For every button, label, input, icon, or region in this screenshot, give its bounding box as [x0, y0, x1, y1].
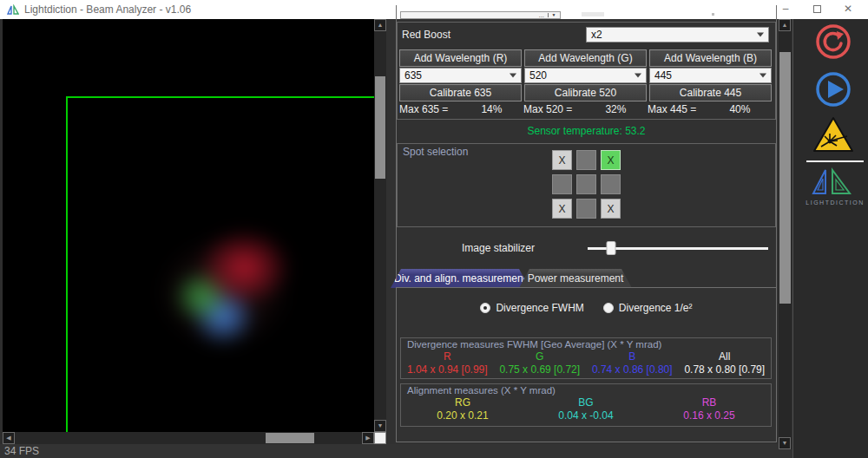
divergence-col-g: G: [494, 350, 587, 363]
max-values-row: Max 635 =14% Max 520 =32% Max 445 =40%: [399, 103, 772, 115]
divergence-col-all: All: [679, 350, 772, 363]
restore-icon: [813, 5, 821, 13]
spot-cell-5[interactable]: [601, 174, 621, 194]
spot-cell-2[interactable]: X: [601, 150, 621, 170]
add-wavelength-b-button[interactable]: Add Wavelength (B): [649, 49, 772, 67]
tab-power-measurement[interactable]: Power measurement: [519, 269, 632, 288]
radio-icon: [603, 303, 614, 313]
divergence-value-r: 1.04 x 0.94 [0.99]: [401, 363, 494, 376]
divergence-col-b: B: [586, 350, 679, 363]
add-wavelength-g-button[interactable]: Add Wavelength (G): [524, 49, 647, 67]
wavelength-r-dropdown[interactable]: 635: [399, 68, 522, 83]
camera-vscroll-thumb[interactable]: [375, 76, 385, 179]
channel-blue: Add Wavelength (B) 445 Calibrate 445: [649, 49, 772, 101]
alignment-value-rg: 0.20 x 0.21: [401, 409, 524, 422]
wavelength-g-dropdown[interactable]: 520: [524, 68, 647, 83]
radio-divergence-1e2[interactable]: Divergence 1/e²: [603, 302, 693, 314]
window-title: Lightdiction - Beam Analyzer - v1.06: [24, 3, 191, 16]
spot-cell-1[interactable]: [576, 150, 596, 170]
max-445-value: 40%: [729, 103, 750, 115]
camera-hscroll-thumb[interactable]: [266, 433, 314, 443]
wavelength-g-value: 520: [529, 69, 547, 82]
tab-div-align-measurement[interactable]: Div. and align. measurement: [391, 269, 529, 288]
spot-selection-grid: X X X X: [552, 150, 621, 219]
close-button[interactable]: ✕: [835, 0, 861, 17]
scroll-left-button[interactable]: ◀: [3, 432, 15, 444]
brand-logo-text: LIGHTDICTION: [800, 200, 868, 206]
truncated-combobox[interactable]: ⋯ ▼: [400, 11, 561, 19]
calibrate-635-button[interactable]: Calibrate 635: [399, 84, 522, 101]
restore-button[interactable]: [804, 0, 830, 17]
red-boost-value: x2: [591, 29, 602, 41]
radio-divergence-1e2-label: Divergence 1/e²: [619, 302, 693, 314]
red-boost-label: Red Boost: [402, 29, 450, 41]
add-wavelength-r-button[interactable]: Add Wavelength (R): [399, 49, 522, 67]
scroll-down-button[interactable]: ▼: [374, 420, 386, 432]
divergence-value-all: 0.78 x 0.80 [0.79]: [679, 363, 772, 376]
divergence-measures-box: Divergence measures FWHM [Geo Average] (…: [400, 337, 772, 379]
panel-vscroll-thumb[interactable]: [779, 52, 791, 304]
spot-cell-6[interactable]: X: [552, 199, 572, 219]
panel-scroll-up-button[interactable]: ▲: [779, 19, 791, 31]
channel-columns: Add Wavelength (R) 635 Calibrate 635 Add…: [399, 49, 772, 101]
spot-cell-4[interactable]: [576, 174, 596, 194]
reset-icon: [814, 23, 852, 61]
alignment-col-rb: RB: [648, 396, 771, 409]
chevron-down-icon: [760, 74, 766, 78]
camera-view[interactable]: [3, 19, 374, 432]
image-stabilizer-slider-thumb[interactable]: [607, 241, 616, 255]
divergence-measures-title: Divergence measures FWHM [Geo Average] (…: [407, 339, 661, 350]
reset-button[interactable]: [814, 23, 852, 61]
alignment-value-bg: 0.04 x -0.04: [524, 409, 648, 422]
max-520-label: Max 520 =: [523, 103, 572, 115]
play-icon: [814, 70, 852, 108]
panel-vertical-scrollbar[interactable]: ▲ ▼: [779, 19, 792, 449]
max-445-label: Max 445 =: [648, 103, 696, 115]
laser-warning-icon: [812, 115, 854, 154]
chevron-down-icon: ▼: [548, 13, 559, 17]
alignment-measures-title: Alignment measures (X * Y mrad): [407, 385, 556, 396]
alignment-col-rg: RG: [401, 396, 524, 409]
laser-warning-button[interactable]: [812, 115, 851, 154]
spot-cell-7[interactable]: [576, 199, 596, 219]
scroll-up-button[interactable]: ▲: [374, 19, 386, 31]
wavelength-b-value: 445: [654, 69, 672, 82]
toolbar-sidebar: LIGHTDICTION: [792, 19, 868, 458]
panel-scroll-down-button[interactable]: ▼: [779, 437, 791, 449]
app-logo-icon: [7, 4, 19, 15]
calibrate-445-button[interactable]: Calibrate 445: [649, 84, 772, 101]
radio-divergence-fwhm-label: Divergence FWHM: [496, 302, 583, 314]
radio-divergence-fwhm[interactable]: Divergence FWHM: [480, 302, 583, 314]
lightdiction-logo-icon: [810, 167, 860, 196]
truncated-checkbox[interactable]: [582, 12, 604, 16]
sensor-temperature: Sensor temperature: 53.2: [396, 125, 777, 137]
app-window: Lightdiction - Beam Analyzer - v1.06 – ✕…: [0, 0, 868, 458]
scrollbar-corner: [374, 432, 386, 444]
chevron-down-icon: [510, 74, 516, 78]
radio-icon: [480, 303, 490, 313]
spot-cell-3[interactable]: [552, 174, 572, 194]
truncated-label-fragment: [712, 13, 714, 16]
play-button[interactable]: [814, 70, 852, 108]
scroll-right-button[interactable]: ▶: [362, 432, 374, 444]
wavelength-b-dropdown[interactable]: 445: [649, 68, 772, 83]
fps-counter: 34 FPS: [4, 445, 39, 457]
divergence-values: 1.04 x 0.94 [0.99] 0.75 x 0.69 [0.72] 0.…: [401, 363, 771, 376]
alignment-values: 0.20 x 0.21 0.04 x -0.04 0.16 x 0.25: [401, 409, 771, 422]
calibrate-520-button[interactable]: Calibrate 520: [524, 84, 647, 101]
divergence-radio-row: Divergence FWHM Divergence 1/e²: [396, 302, 777, 314]
max-635-label: Max 635 =: [399, 103, 448, 115]
red-boost-dropdown[interactable]: x2: [586, 27, 769, 43]
spot-cell-0[interactable]: X: [552, 150, 572, 170]
alignment-col-bg: BG: [524, 396, 648, 409]
brand-logo: LIGHTDICTION: [800, 167, 868, 206]
camera-vertical-scrollbar[interactable]: ▲ ▼: [374, 19, 386, 432]
truncated-combobox-text: ⋯: [539, 13, 545, 19]
spot-cell-8[interactable]: X: [601, 199, 621, 219]
image-stabilizer-slider[interactable]: [588, 241, 768, 255]
channel-green: Add Wavelength (G) 520 Calibrate 520: [524, 49, 647, 101]
camera-horizontal-scrollbar[interactable]: ◀ ▶: [3, 432, 374, 444]
max-635-value: 14%: [481, 103, 502, 115]
roi-rectangle: [66, 96, 374, 432]
alignment-measures-box: Alignment measures (X * Y mrad) RG BG RB…: [400, 383, 772, 427]
